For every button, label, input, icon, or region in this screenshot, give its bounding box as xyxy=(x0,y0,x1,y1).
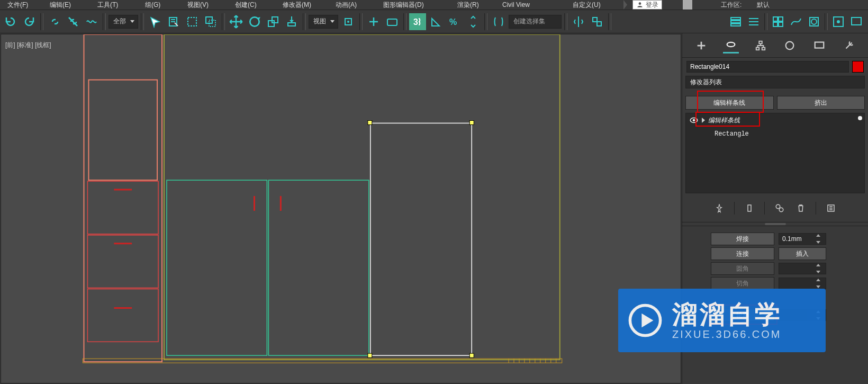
link-button[interactable] xyxy=(46,13,63,30)
material-editor-button[interactable] xyxy=(806,13,822,30)
weld-button[interactable]: 焊接 xyxy=(711,233,774,245)
rectangle-region-button[interactable] xyxy=(184,13,201,30)
viewport-label[interactable]: [前] [标准] [线框] xyxy=(5,41,51,50)
menu-tools[interactable]: 工具(T) xyxy=(90,0,125,10)
select-by-name-button[interactable] xyxy=(165,13,182,30)
play-icon xyxy=(628,303,663,338)
login-dropdown-arrow[interactable] xyxy=(683,0,692,10)
render-frame-button[interactable] xyxy=(848,13,865,30)
menu-civilview[interactable]: Civil View xyxy=(495,0,537,10)
create-tab[interactable] xyxy=(693,38,709,53)
menu-file[interactable]: 文件(F) xyxy=(0,0,35,10)
panel-resize-handle[interactable] xyxy=(682,222,868,226)
connect-button[interactable]: 连接 xyxy=(711,247,774,260)
menu-animation[interactable]: 动画(A) xyxy=(328,0,364,10)
command-panel-tabs xyxy=(682,33,868,58)
svg-rect-22 xyxy=(779,17,783,21)
svg-rect-4 xyxy=(188,17,196,26)
scale-button[interactable] xyxy=(265,13,282,30)
object-color-swatch[interactable] xyxy=(852,61,864,73)
login-label: 登录 xyxy=(646,1,658,10)
align-button[interactable] xyxy=(589,13,605,30)
modifier-stack[interactable]: 编辑样条线 Rectangle xyxy=(685,113,865,193)
hierarchy-tab[interactable] xyxy=(753,38,768,53)
keyboard-shortcut-button[interactable] xyxy=(384,13,401,30)
modify-tab[interactable] xyxy=(723,38,739,53)
viewport-canvas xyxy=(1,34,681,383)
workspace-value[interactable]: 默认 xyxy=(757,1,770,10)
menu-customize[interactable]: 自定义(U) xyxy=(565,0,608,10)
menu-edit[interactable]: 编辑(E) xyxy=(42,0,78,10)
svg-rect-13 xyxy=(387,19,397,25)
undo-button[interactable] xyxy=(2,13,19,30)
move-button[interactable] xyxy=(228,13,245,30)
svg-rect-66 xyxy=(748,205,751,211)
manipulate-button[interactable] xyxy=(365,13,382,30)
curve-editor-button[interactable] xyxy=(788,13,804,30)
svg-rect-47 xyxy=(469,353,474,358)
utilities-tab[interactable] xyxy=(841,38,857,53)
main-menubar: 文件(F) 编辑(E) 工具(T) 组(G) 视图(V) 创建(C) 修改器(M… xyxy=(0,0,868,10)
bind-spacewarp-button[interactable] xyxy=(83,13,100,30)
watermark-sub: ZIXUE.3D66.COM xyxy=(672,328,782,340)
fillet-spinner[interactable] xyxy=(779,263,826,274)
spinner-snap-button[interactable] xyxy=(465,13,482,30)
svg-rect-45 xyxy=(469,121,474,125)
angle-snap-button[interactable] xyxy=(428,13,445,30)
select-object-button[interactable] xyxy=(147,13,164,30)
schematic-view-button[interactable] xyxy=(770,13,786,30)
modifier-list-dropdown[interactable]: 修改器列表 xyxy=(685,76,865,88)
menu-graph-editors[interactable]: 图形编辑器(D) xyxy=(376,0,431,10)
redo-button[interactable] xyxy=(21,13,38,30)
layer-list-button[interactable] xyxy=(745,13,762,30)
menu-render[interactable]: 渲染(R) xyxy=(450,0,486,10)
chamfer-spinner[interactable] xyxy=(779,278,826,289)
layer-explorer-button[interactable] xyxy=(727,13,744,30)
percent-snap-button[interactable]: % xyxy=(446,13,463,30)
stack-item-rectangle[interactable]: Rectangle xyxy=(686,127,864,141)
render-setup-button[interactable] xyxy=(830,13,847,30)
edit-spline-button[interactable]: 编辑样条线 xyxy=(685,96,774,110)
chamfer-button[interactable]: 切角 xyxy=(711,277,774,290)
stack-toolbar xyxy=(682,201,868,216)
login-dropdown[interactable]: 登录 xyxy=(632,0,662,10)
menu-view[interactable]: 视图(V) xyxy=(180,0,216,10)
delete-modifier-button[interactable] xyxy=(794,202,807,215)
svg-point-0 xyxy=(639,2,641,5)
extrude-button[interactable]: 挤出 xyxy=(777,96,865,110)
menu-modifiers[interactable]: 修改器(M) xyxy=(275,0,319,10)
window-crossing-button[interactable] xyxy=(202,13,219,30)
mirror-button[interactable] xyxy=(570,13,587,30)
unlink-button[interactable] xyxy=(65,13,82,30)
motion-tab[interactable] xyxy=(782,38,798,53)
rotate-button[interactable] xyxy=(246,13,263,30)
insert-button[interactable]: 插入 xyxy=(779,247,826,260)
stack-item-edit-spline[interactable]: 编辑样条线 xyxy=(686,113,864,127)
main-toolbar: 全部 视图 3 % 创建选择集 xyxy=(0,10,868,33)
menu-overflow-icon[interactable] xyxy=(623,0,627,10)
weld-threshold-spinner[interactable]: 0.1mm xyxy=(779,233,826,245)
pivot-center-button[interactable] xyxy=(340,13,357,30)
svg-rect-61 xyxy=(762,47,765,50)
expand-icon[interactable] xyxy=(702,118,705,123)
snap-3d-button[interactable]: 3 xyxy=(409,13,426,30)
menu-create[interactable]: 创建(C) xyxy=(228,0,264,10)
placement-button[interactable] xyxy=(283,13,300,30)
pin-stack-button[interactable] xyxy=(713,202,726,215)
selection-filter-dropdown[interactable]: 全部 xyxy=(108,15,138,29)
edit-selection-set-button[interactable] xyxy=(490,13,507,30)
fillet-button[interactable]: 圆角 xyxy=(711,262,774,275)
reference-coord-dropdown[interactable]: 视图 xyxy=(309,15,338,29)
menu-group[interactable]: 组(G) xyxy=(138,0,168,10)
object-name-field[interactable]: Rectangle014 xyxy=(686,61,849,73)
selection-set-input[interactable]: 创建选择集 xyxy=(509,15,562,29)
svg-rect-44 xyxy=(368,121,372,125)
configure-sets-button[interactable] xyxy=(825,202,837,215)
display-tab[interactable] xyxy=(811,38,827,53)
front-viewport[interactable]: [前] [标准] [线框] xyxy=(1,34,681,383)
visibility-icon[interactable] xyxy=(689,115,699,125)
make-unique-button[interactable] xyxy=(773,202,786,215)
svg-rect-23 xyxy=(773,22,777,26)
show-end-result-button[interactable] xyxy=(743,202,756,215)
svg-rect-59 xyxy=(759,41,762,43)
